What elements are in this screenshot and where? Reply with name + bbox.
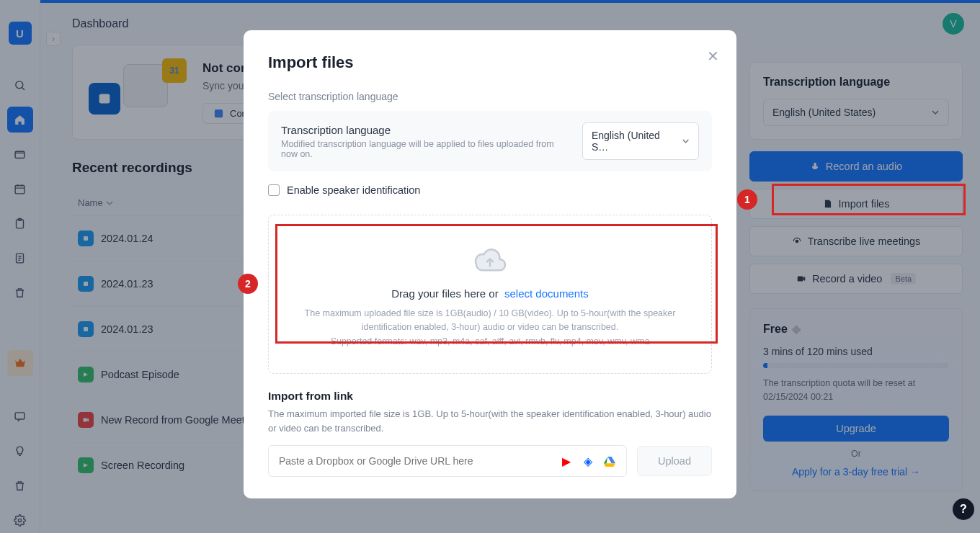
link-input-wrapper: ▶ ◈ [268, 445, 627, 477]
dropbox-icon: ◈ [582, 454, 594, 467]
language-setting-box: Transcription language Modified transcri… [268, 111, 712, 171]
modal-backdrop[interactable]: ✕ Import files Select transcription lang… [0, 0, 980, 533]
speaker-id-checkbox[interactable] [268, 184, 280, 196]
select-documents-link[interactable]: select documents [504, 287, 589, 300]
link-url-input[interactable] [279, 455, 560, 467]
upload-button[interactable]: Upload [637, 446, 712, 476]
import-link-sub: The maximum imported file size is 1GB. U… [268, 407, 712, 435]
help-button[interactable]: ? [953, 498, 974, 520]
speaker-id-label: Enable speaker identification [287, 184, 420, 196]
close-icon[interactable]: ✕ [707, 48, 719, 65]
dropzone-meta1: The maximum uploaded file size is 1GB(au… [290, 307, 690, 335]
import-link-title: Import from link [268, 390, 712, 403]
import-modal: ✕ Import files Select transcription lang… [244, 30, 736, 498]
modal-language-select[interactable]: English (United S… [582, 122, 699, 160]
lang-label: Transcription language [281, 124, 571, 136]
cloud-upload-icon [473, 246, 507, 272]
gdrive-icon [603, 454, 616, 467]
chevron-down-icon [682, 137, 690, 145]
modal-select-lang: Select transcription language [268, 91, 712, 102]
dropzone[interactable]: Drag your files here or select documents… [268, 215, 712, 374]
modal-title: Import files [268, 53, 712, 72]
dropzone-meta2: Supported formats: wav, mp3, m4a, caf, a… [290, 335, 690, 349]
youtube-icon: ▶ [560, 454, 573, 467]
lang-sublabel: Modified transcription language will be … [281, 139, 571, 159]
